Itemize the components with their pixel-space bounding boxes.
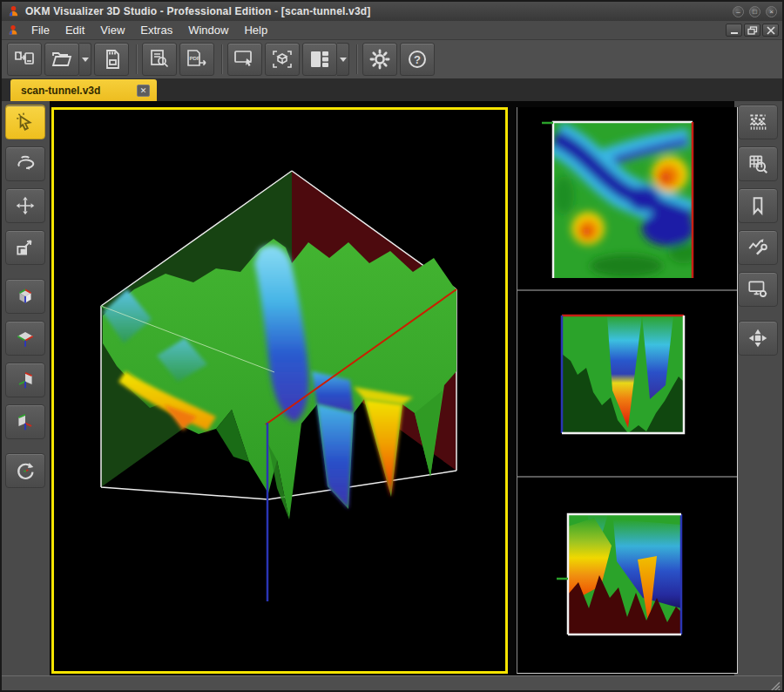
help-icon: ? — [409, 51, 425, 67]
side-profile-view-1[interactable] — [517, 289, 737, 476]
hanging-valley-column — [317, 404, 354, 509]
signal-tools-button[interactable] — [738, 230, 778, 265]
print-preview-icon — [152, 51, 168, 67]
ground-level-icon — [750, 115, 765, 129]
main-3d-viewport[interactable] — [51, 107, 508, 674]
signal-tools-icon — [749, 241, 767, 254]
scale-zoom-button[interactable] — [5, 230, 45, 265]
open-file-icon — [53, 53, 71, 65]
menu-file[interactable]: File — [24, 22, 57, 38]
grid-interpolation-icon — [750, 156, 767, 173]
toolbar-separator — [136, 44, 138, 74]
menu-extras[interactable]: Extras — [132, 22, 180, 38]
svg-text:PDF: PDF — [190, 56, 200, 61]
navigate-pad-icon — [749, 329, 767, 348]
tab-bar: scan-tunnel.v3d ✕ — [2, 78, 782, 101]
presentation-icon — [235, 51, 252, 66]
ground-level-button[interactable] — [738, 105, 778, 139]
new-scan-button[interactable] — [7, 43, 42, 76]
menu-bar: File Edit View Extras Window Help — [2, 21, 782, 40]
title-bar: OKM Visualizer 3D Studio - Professional … — [2, 2, 782, 21]
tab-label: scan-tunnel.v3d — [21, 85, 125, 97]
close-icon[interactable]: × — [766, 6, 777, 17]
layout-panels-button[interactable] — [302, 43, 337, 76]
reset-rotation-icon — [18, 463, 33, 478]
marker-flag-icon — [754, 198, 762, 213]
toolbar-separator — [221, 44, 223, 74]
view-top-icon — [17, 332, 32, 347]
layout-panels-icon — [311, 51, 328, 67]
device-settings-button[interactable] — [738, 272, 778, 307]
content-area — [2, 101, 782, 675]
settings-button[interactable] — [362, 43, 397, 76]
resize-grip-icon[interactable] — [770, 682, 781, 692]
perspective-3d-view[interactable] — [54, 110, 505, 671]
view-top-button[interactable] — [5, 321, 45, 356]
print-preview-button[interactable] — [142, 43, 177, 76]
view-side-left-button[interactable] — [5, 404, 45, 439]
rotate-3d-button[interactable] — [5, 146, 45, 181]
select-pointer-button[interactable] — [5, 105, 45, 139]
view-side-right-button[interactable] — [5, 363, 45, 397]
layout-panels-dropdown[interactable] — [337, 43, 349, 76]
right-tool-toolbar — [734, 101, 782, 675]
settings-gear-icon — [371, 51, 389, 68]
mdi-restore-icon[interactable] — [744, 24, 760, 37]
main-toolbar: PDF — [2, 40, 782, 78]
svg-text:?: ? — [414, 53, 421, 66]
view-perspective-button[interactable] — [5, 279, 45, 314]
save-icon — [107, 51, 118, 68]
okm-logo-icon — [7, 24, 19, 37]
workspace — [50, 101, 734, 675]
tab-scan-tunnel[interactable]: scan-tunnel.v3d ✕ — [10, 79, 157, 101]
menu-view[interactable]: View — [92, 22, 132, 38]
marker-flag-button[interactable] — [738, 188, 778, 223]
chevron-down-icon — [340, 58, 347, 62]
top-view-heatmap[interactable] — [517, 107, 737, 289]
left-tool-toolbar — [2, 101, 50, 675]
okm-logo-icon — [7, 5, 20, 18]
device-settings-icon — [749, 282, 767, 297]
maximize-icon[interactable]: □ — [749, 6, 760, 17]
window-title: OKM Visualizer 3D Studio - Professional … — [25, 5, 733, 17]
status-bar — [2, 675, 782, 692]
help-button[interactable]: ? — [400, 43, 435, 76]
rotate-3d-icon — [18, 157, 33, 170]
export-pdf-icon: PDF — [188, 51, 206, 65]
mdi-close-icon[interactable] — [762, 24, 779, 37]
menu-window[interactable]: Window — [180, 22, 236, 38]
view-3d-icon — [274, 51, 291, 67]
new-scan-icon — [16, 52, 33, 64]
tab-close-icon[interactable]: ✕ — [137, 85, 150, 97]
open-file-button[interactable] — [44, 43, 79, 76]
mdi-minimize-icon[interactable] — [726, 24, 742, 37]
menu-edit[interactable]: Edit — [57, 22, 92, 38]
toolbar-separator — [356, 44, 358, 74]
save-button[interactable] — [94, 43, 129, 76]
scale-zoom-icon — [17, 241, 30, 254]
chevron-down-icon — [82, 58, 89, 62]
presentation-button[interactable] — [227, 43, 262, 76]
thumbnail-panel — [517, 107, 738, 674]
view-perspective-cube-icon — [20, 289, 31, 302]
side-profile-view-2[interactable] — [517, 476, 737, 668]
view-side-right-icon — [19, 373, 32, 388]
select-pointer-icon — [17, 113, 30, 130]
reset-rotation-button[interactable] — [5, 453, 45, 488]
pan-move-icon — [17, 197, 35, 215]
view-side-left-icon — [18, 415, 31, 430]
pan-move-button[interactable] — [5, 188, 45, 223]
view-3d-button[interactable] — [265, 43, 300, 76]
navigate-pad-button[interactable] — [738, 321, 778, 356]
grid-interpolation-button[interactable] — [738, 146, 778, 181]
app-window: OKM Visualizer 3D Studio - Professional … — [0, 0, 784, 692]
export-pdf-button[interactable]: PDF — [179, 43, 214, 76]
minimize-icon[interactable]: – — [733, 6, 744, 17]
menu-help[interactable]: Help — [236, 22, 275, 38]
open-file-dropdown[interactable] — [79, 43, 91, 76]
